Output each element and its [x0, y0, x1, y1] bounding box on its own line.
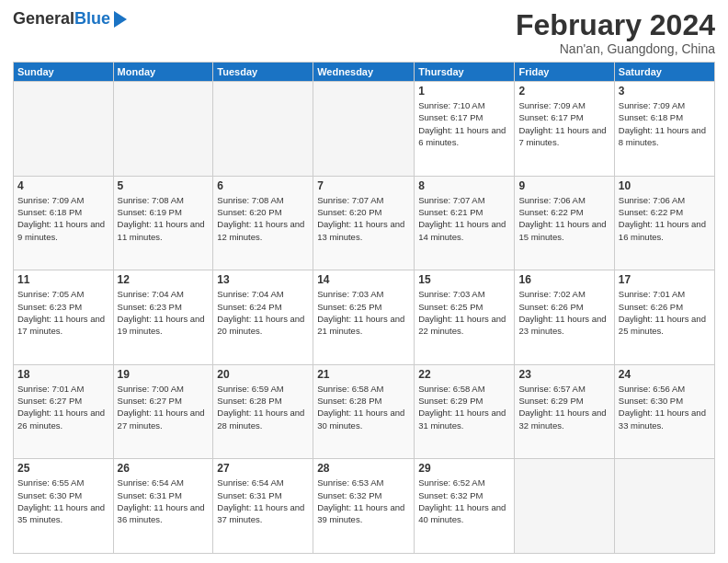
weekday-header-thursday: Thursday — [415, 63, 515, 82]
day-info: Sunrise: 7:04 AM Sunset: 6:24 PM Dayligh… — [217, 288, 309, 337]
day-number: 25 — [17, 462, 109, 475]
calendar-title: February 2024 — [516, 9, 715, 41]
day-info: Sunrise: 7:06 AM Sunset: 6:22 PM Dayligh… — [518, 194, 609, 243]
day-number: 27 — [217, 462, 309, 475]
day-info: Sunrise: 7:01 AM Sunset: 6:26 PM Dayligh… — [619, 288, 711, 337]
calendar-cell: 20Sunrise: 6:59 AM Sunset: 6:28 PM Dayli… — [213, 364, 313, 459]
day-info: Sunrise: 6:59 AM Sunset: 6:28 PM Dayligh… — [217, 383, 309, 431]
calendar-cell: 28Sunrise: 6:53 AM Sunset: 6:32 PM Dayli… — [313, 459, 415, 554]
day-number: 17 — [619, 273, 711, 286]
calendar-cell: 29Sunrise: 6:52 AM Sunset: 6:32 PM Dayli… — [415, 459, 515, 554]
day-info: Sunrise: 7:10 AM Sunset: 6:17 PM Dayligh… — [418, 99, 510, 148]
day-info: Sunrise: 7:06 AM Sunset: 6:22 PM Dayligh… — [619, 194, 711, 243]
day-number: 14 — [317, 273, 410, 286]
day-info: Sunrise: 7:03 AM Sunset: 6:25 PM Dayligh… — [317, 288, 410, 337]
calendar-cell: 25Sunrise: 6:55 AM Sunset: 6:30 PM Dayli… — [14, 459, 114, 554]
weekday-header-row: SundayMondayTuesdayWednesdayThursdayFrid… — [14, 63, 715, 82]
day-number: 22 — [418, 368, 510, 381]
calendar-cell: 24Sunrise: 6:56 AM Sunset: 6:30 PM Dayli… — [614, 364, 714, 459]
day-number: 19 — [118, 368, 210, 381]
logo: GeneralBlue — [13, 9, 127, 28]
day-number: 13 — [217, 273, 309, 286]
calendar-cell: 2Sunrise: 7:09 AM Sunset: 6:17 PM Daylig… — [515, 82, 614, 177]
title-block: February 2024 Nan'an, Guangdong, China — [516, 9, 715, 56]
day-number: 23 — [518, 368, 609, 381]
day-number: 12 — [118, 273, 210, 286]
calendar-cell: 1Sunrise: 7:10 AM Sunset: 6:17 PM Daylig… — [415, 82, 515, 177]
calendar-table: SundayMondayTuesdayWednesdayThursdayFrid… — [13, 62, 715, 554]
day-info: Sunrise: 6:54 AM Sunset: 6:31 PM Dayligh… — [118, 477, 210, 525]
logo-blue: Blue — [74, 9, 110, 28]
day-number: 5 — [118, 179, 210, 192]
day-number: 15 — [418, 273, 510, 286]
day-number: 18 — [17, 368, 109, 381]
day-info: Sunrise: 7:09 AM Sunset: 6:18 PM Dayligh… — [17, 194, 109, 243]
calendar-cell: 10Sunrise: 7:06 AM Sunset: 6:22 PM Dayli… — [614, 176, 714, 270]
day-info: Sunrise: 7:04 AM Sunset: 6:23 PM Dayligh… — [118, 288, 210, 337]
calendar-cell: 14Sunrise: 7:03 AM Sunset: 6:25 PM Dayli… — [313, 270, 415, 365]
logo-arrow — [114, 11, 127, 28]
day-info: Sunrise: 6:54 AM Sunset: 6:31 PM Dayligh… — [217, 477, 309, 525]
day-number: 29 — [418, 462, 510, 475]
calendar-cell: 22Sunrise: 6:58 AM Sunset: 6:29 PM Dayli… — [415, 364, 515, 459]
calendar-cell: 7Sunrise: 7:07 AM Sunset: 6:20 PM Daylig… — [313, 176, 415, 270]
calendar-cell — [614, 459, 714, 554]
calendar-cell: 6Sunrise: 7:08 AM Sunset: 6:20 PM Daylig… — [213, 176, 313, 270]
weekday-header-monday: Monday — [113, 63, 213, 82]
logo-text: GeneralBlue — [13, 10, 110, 27]
calendar-cell: 27Sunrise: 6:54 AM Sunset: 6:31 PM Dayli… — [213, 459, 313, 554]
day-number: 8 — [418, 179, 510, 192]
calendar-cell: 3Sunrise: 7:09 AM Sunset: 6:18 PM Daylig… — [614, 82, 714, 177]
weekday-header-tuesday: Tuesday — [213, 63, 313, 82]
day-number: 1 — [418, 85, 510, 98]
calendar-week-row: 11Sunrise: 7:05 AM Sunset: 6:23 PM Dayli… — [14, 270, 715, 365]
calendar-cell: 23Sunrise: 6:57 AM Sunset: 6:29 PM Dayli… — [515, 364, 614, 459]
calendar-location: Nan'an, Guangdong, China — [516, 41, 715, 56]
day-info: Sunrise: 7:07 AM Sunset: 6:20 PM Dayligh… — [317, 194, 410, 243]
day-info: Sunrise: 7:03 AM Sunset: 6:25 PM Dayligh… — [418, 288, 510, 337]
day-number: 3 — [619, 85, 711, 98]
day-number: 7 — [317, 179, 410, 192]
day-info: Sunrise: 7:08 AM Sunset: 6:19 PM Dayligh… — [118, 194, 210, 243]
calendar-cell — [213, 82, 313, 177]
day-number: 6 — [217, 179, 309, 192]
weekday-header-saturday: Saturday — [614, 63, 714, 82]
calendar-cell: 12Sunrise: 7:04 AM Sunset: 6:23 PM Dayli… — [113, 270, 213, 365]
calendar-week-row: 18Sunrise: 7:01 AM Sunset: 6:27 PM Dayli… — [14, 364, 715, 459]
day-info: Sunrise: 6:58 AM Sunset: 6:28 PM Dayligh… — [317, 383, 410, 431]
weekday-header-sunday: Sunday — [14, 63, 114, 82]
day-number: 11 — [17, 273, 109, 286]
day-number: 16 — [518, 273, 609, 286]
day-info: Sunrise: 7:00 AM Sunset: 6:27 PM Dayligh… — [118, 383, 210, 431]
day-info: Sunrise: 6:53 AM Sunset: 6:32 PM Dayligh… — [317, 477, 410, 525]
day-info: Sunrise: 7:05 AM Sunset: 6:23 PM Dayligh… — [17, 288, 109, 337]
calendar-cell — [14, 82, 114, 177]
day-info: Sunrise: 6:52 AM Sunset: 6:32 PM Dayligh… — [418, 477, 510, 525]
day-info: Sunrise: 7:09 AM Sunset: 6:17 PM Dayligh… — [518, 99, 609, 148]
calendar-cell — [515, 459, 614, 554]
day-number: 28 — [317, 462, 410, 475]
calendar-cell: 4Sunrise: 7:09 AM Sunset: 6:18 PM Daylig… — [14, 176, 114, 270]
calendar-cell: 17Sunrise: 7:01 AM Sunset: 6:26 PM Dayli… — [614, 270, 714, 365]
day-info: Sunrise: 7:01 AM Sunset: 6:27 PM Dayligh… — [17, 383, 109, 431]
header: GeneralBlue February 2024 Nan'an, Guangd… — [13, 9, 715, 56]
calendar-cell: 8Sunrise: 7:07 AM Sunset: 6:21 PM Daylig… — [415, 176, 515, 270]
calendar-cell: 11Sunrise: 7:05 AM Sunset: 6:23 PM Dayli… — [14, 270, 114, 365]
calendar-cell: 15Sunrise: 7:03 AM Sunset: 6:25 PM Dayli… — [415, 270, 515, 365]
weekday-header-friday: Friday — [515, 63, 614, 82]
page: GeneralBlue February 2024 Nan'an, Guangd… — [0, 0, 728, 563]
calendar-week-row: 1Sunrise: 7:10 AM Sunset: 6:17 PM Daylig… — [14, 82, 715, 177]
day-number: 21 — [317, 368, 410, 381]
calendar-cell — [313, 82, 415, 177]
day-info: Sunrise: 6:55 AM Sunset: 6:30 PM Dayligh… — [17, 477, 109, 525]
day-number: 9 — [518, 179, 609, 192]
calendar-cell: 16Sunrise: 7:02 AM Sunset: 6:26 PM Dayli… — [515, 270, 614, 365]
calendar-cell: 21Sunrise: 6:58 AM Sunset: 6:28 PM Dayli… — [313, 364, 415, 459]
day-number: 26 — [118, 462, 210, 475]
day-info: Sunrise: 7:09 AM Sunset: 6:18 PM Dayligh… — [619, 99, 711, 148]
calendar-cell: 19Sunrise: 7:00 AM Sunset: 6:27 PM Dayli… — [113, 364, 213, 459]
day-info: Sunrise: 6:57 AM Sunset: 6:29 PM Dayligh… — [518, 383, 609, 431]
logo-general: General — [13, 9, 74, 28]
calendar-cell: 26Sunrise: 6:54 AM Sunset: 6:31 PM Dayli… — [113, 459, 213, 554]
day-number: 24 — [619, 368, 711, 381]
